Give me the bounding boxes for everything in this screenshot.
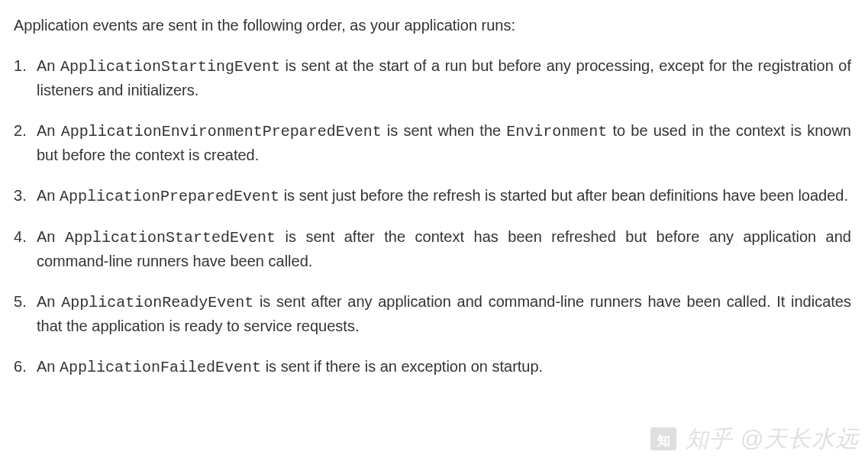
zhihu-logo-icon: 知	[649, 424, 678, 453]
code-token: ApplicationStartingEvent	[60, 58, 280, 76]
list-item: An ApplicationPreparedEvent is sent just…	[14, 184, 851, 208]
item-text: An	[37, 358, 60, 375]
svg-rect-0	[650, 427, 676, 450]
code-token: ApplicationStartedEvent	[65, 229, 276, 247]
item-text: An	[37, 57, 60, 74]
code-token: ApplicationReadyEvent	[61, 294, 253, 311]
item-text: is sent if there is an exception on star…	[261, 358, 543, 375]
svg-text:知: 知	[657, 433, 670, 447]
list-item: An ApplicationStartingEvent is sent at t…	[14, 54, 851, 102]
item-text: An	[37, 293, 61, 310]
list-item: An ApplicationReadyEvent is sent after a…	[14, 290, 851, 338]
item-text: is sent when the	[382, 122, 507, 139]
code-token: ApplicationEnvironmentPreparedEvent	[61, 123, 382, 140]
item-text: An	[37, 228, 65, 245]
list-item: An ApplicationFailedEvent is sent if the…	[14, 355, 851, 379]
item-text: An	[37, 122, 61, 139]
item-text: An	[37, 187, 60, 204]
watermark: 知 知乎 @天长水远	[649, 421, 859, 457]
list-item: An ApplicationEnvironmentPreparedEvent i…	[14, 119, 851, 167]
code-token: ApplicationPreparedEvent	[60, 188, 279, 205]
code-token: ApplicationFailedEvent	[60, 359, 261, 376]
events-list: An ApplicationStartingEvent is sent at t…	[14, 54, 851, 379]
code-token: Environment	[506, 123, 607, 140]
watermark-text: 知乎 @天长水远	[686, 421, 859, 457]
intro-paragraph: Application events are sent in the follo…	[14, 14, 851, 37]
list-item: An ApplicationStartedEvent is sent after…	[14, 225, 851, 273]
item-text: is sent just before the refresh is start…	[279, 187, 848, 204]
